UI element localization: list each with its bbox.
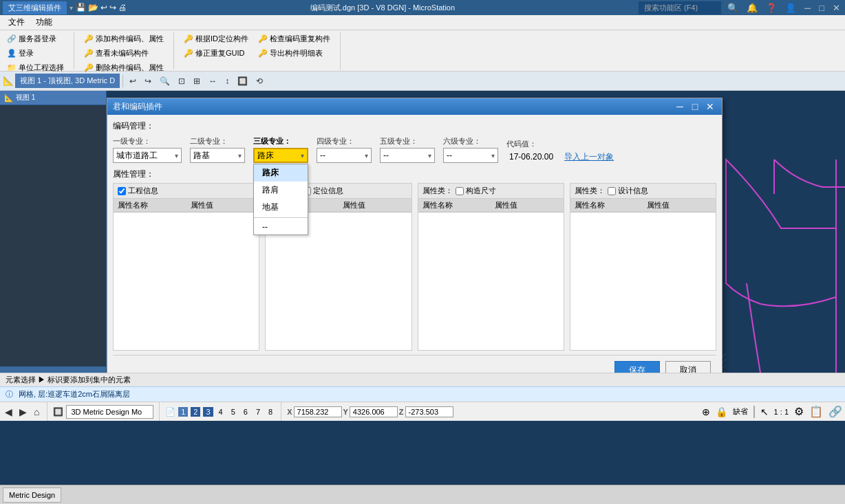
fix-icon: 🔑 (184, 49, 193, 58)
cancel-button[interactable]: 取消 (665, 361, 711, 373)
level3-option-1[interactable]: 路床 (254, 164, 308, 182)
level2-select[interactable]: 路基 ▾ (190, 148, 245, 163)
redo-view-btn[interactable]: ↪ (141, 74, 155, 88)
add-code-btn[interactable]: 🔑 添加构件编码、属性 (80, 32, 168, 45)
level3-option-3[interactable]: 地基 (254, 199, 308, 216)
frame-btn[interactable]: 🔲 (234, 74, 251, 88)
undo-view-btn[interactable]: ↩ (126, 74, 140, 88)
window-title: 编码测试.dgn [3D - V8 DGN] - MicroStation (127, 3, 639, 13)
num-4[interactable]: 4 (216, 407, 226, 417)
scale-label: 1 : 1 (774, 408, 789, 416)
view-uncoded-btn[interactable]: 🔑 查看未编码构件 (80, 47, 168, 60)
home-btn[interactable]: ⌂ (32, 406, 41, 418)
level6-select[interactable]: -- ▾ (443, 148, 498, 163)
code-value: 17-06.20.00 (506, 151, 556, 163)
settings-icon-1[interactable]: ⚙ (794, 405, 804, 418)
view-icon: 🔑 (84, 49, 94, 58)
close-btn[interactable]: ✕ (831, 3, 842, 13)
props-table-header-1: 属性名称 属性值 (114, 199, 259, 212)
left-panel: 📐 视图 1 (0, 91, 107, 373)
props-checkbox-label-1[interactable]: 工程信息 (118, 186, 158, 196)
fit-btn[interactable]: ⊡ (175, 74, 189, 88)
dialog-minimize-btn[interactable]: ─ (674, 101, 686, 112)
level3-arrow: ▾ (301, 152, 304, 160)
canvas-area[interactable]: 君和编码插件 ─ □ ✕ 编码管理： 一级专业： 城市道路工 ▾ (107, 91, 845, 373)
props-checkbox-label-2[interactable]: 定位信息 (303, 186, 343, 196)
num-5[interactable]: 5 (228, 407, 238, 417)
menu-function[interactable]: 功能 (30, 15, 58, 30)
plugin-dropdown[interactable]: 艾三维编辑插件 (3, 1, 67, 14)
level1-select[interactable]: 城市道路工 ▾ (113, 148, 182, 163)
save-button[interactable]: 保存 (614, 361, 660, 373)
props-col-header-3: 属性类： 构造尺寸 (418, 184, 564, 199)
props-th-name-3: 属性名称 (418, 199, 491, 212)
level3-label: 三级专业： (253, 136, 308, 146)
maximize-btn[interactable]: □ (817, 3, 826, 13)
num-2[interactable]: 2 (191, 407, 200, 417)
props-column-3: 属性类： 构造尺寸 属性名称 属性值 (418, 183, 564, 351)
props-checkbox-3[interactable] (456, 187, 464, 195)
num-1[interactable]: 1 (178, 407, 188, 417)
settings-icon-2[interactable]: 📋 (809, 405, 823, 418)
divider (753, 406, 755, 418)
toolbar-group-1: 🔗 服务器登录 👤 登录 📁 单位工程选择 (3, 32, 74, 69)
bell-icon[interactable]: 🔔 (745, 3, 760, 13)
num-6[interactable]: 6 (241, 407, 250, 417)
back-btn[interactable]: ◀ (3, 406, 14, 418)
props-checkbox-label-3[interactable]: 构造尺寸 (456, 186, 496, 196)
level1-arrow: ▾ (175, 152, 178, 160)
zoom-in-btn[interactable]: 🔍 (156, 74, 173, 88)
props-th-name-4: 属性名称 (570, 199, 643, 212)
menu-file[interactable]: 文件 (3, 15, 30, 30)
login-icon: 👤 (7, 49, 17, 58)
minimize-btn[interactable]: ─ (802, 3, 813, 13)
level4-select[interactable]: -- ▾ (317, 148, 372, 163)
num-3[interactable]: 3 (203, 407, 213, 417)
pan-v-btn[interactable]: ↕ (222, 74, 233, 88)
props-data-3 (418, 212, 564, 350)
taskbar-item-metric[interactable]: Metric Design (3, 487, 61, 503)
element-info: 元素选择 ▶ 标识要添加到集中的元素 (6, 375, 131, 385)
grid-btn[interactable]: ⊞ (190, 74, 204, 88)
panel-icon: 📐 (4, 94, 14, 102)
search-icon[interactable]: 🔍 (725, 3, 740, 13)
pan-h-btn[interactable]: ↔ (205, 74, 220, 88)
level2-arrow: ▾ (238, 152, 242, 160)
props-checkbox-4[interactable] (608, 187, 616, 195)
num-7[interactable]: 7 (253, 407, 263, 417)
level3-select[interactable]: 路床 ▾ (253, 148, 308, 163)
locate-by-id-btn[interactable]: 🔑 根据ID定位构件 (180, 32, 253, 45)
toolbar-group-3: 🔑 根据ID定位构件 🔑 修正重复GUID 🔑 检查编码重复构件 🔑 导出构件明… (180, 32, 341, 69)
person-icon[interactable]: 👤 (783, 3, 798, 13)
level3-option-2[interactable]: 路肩 (254, 182, 308, 199)
fix-guid-btn[interactable]: 🔑 修正重复GUID (180, 47, 253, 60)
search-box[interactable]: 搜索功能区 (F4) (639, 1, 721, 14)
login-btn[interactable]: 👤 登录 (3, 47, 68, 60)
import-link[interactable]: 导入上一对象 (564, 151, 614, 163)
panel-title: 视图 1 (16, 93, 35, 102)
dialog-close-btn[interactable]: ✕ (704, 101, 716, 112)
code-management-header: 编码管理： (113, 120, 716, 132)
num-8[interactable]: 8 (266, 407, 275, 417)
import-group: 导入上一对象 (564, 139, 614, 163)
dialog-maximize-btn[interactable]: □ (689, 101, 701, 112)
level5-select[interactable]: -- ▾ (380, 148, 435, 163)
project-select-btn[interactable]: 📁 单位工程选择 (3, 61, 68, 74)
question-icon[interactable]: ❓ (764, 3, 779, 13)
delete-code-btn[interactable]: 🔑 删除构件编码、属性 (80, 61, 168, 74)
server-login-btn[interactable]: 🔗 服务器登录 (3, 32, 68, 45)
level3-dropdown: 路床 路肩 地基 -- (253, 164, 308, 235)
props-checkbox-1[interactable] (118, 187, 126, 195)
settings-icon-3[interactable]: 🔗 (828, 405, 842, 418)
forward-btn[interactable]: ▶ (17, 406, 29, 418)
level3-option-4[interactable]: -- (254, 219, 308, 234)
check-duplicate-btn[interactable]: 🔑 检查编码重复构件 (254, 32, 334, 45)
props-th-value-1: 属性值 (186, 199, 259, 212)
info-icon: ⓘ (6, 389, 13, 399)
rotate-btn[interactable]: ⟲ (253, 74, 266, 88)
props-checkbox-label-4[interactable]: 设计信息 (608, 186, 648, 196)
export-list-btn[interactable]: 🔑 导出构件明细表 (254, 47, 334, 60)
props-data-1 (114, 212, 259, 350)
level6-group: 六级专业： -- ▾ (443, 136, 498, 163)
view-dropdown[interactable]: 3D Metric Design Mo (66, 405, 153, 419)
